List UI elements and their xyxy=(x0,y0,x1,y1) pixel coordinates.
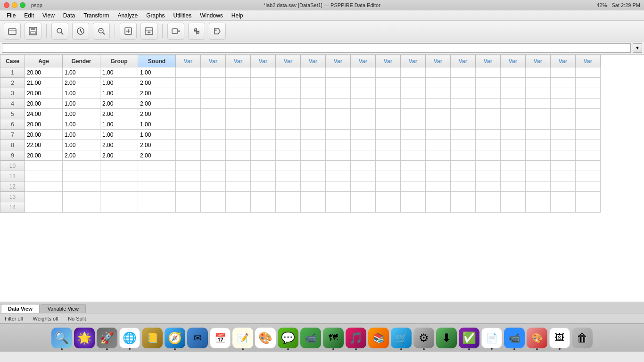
cell-var[interactable] xyxy=(551,161,576,171)
cell-var[interactable] xyxy=(501,161,526,171)
cell-var[interactable] xyxy=(226,140,251,150)
minimize-button[interactable] xyxy=(12,2,17,8)
cell-var[interactable] xyxy=(326,78,351,88)
cell-var[interactable] xyxy=(351,181,376,192)
lookup-button[interactable] xyxy=(51,23,68,40)
cell-group[interactable]: 1.00 xyxy=(100,78,138,88)
cell-var[interactable] xyxy=(551,78,576,88)
dock-calendar[interactable]: 📅 xyxy=(210,328,231,348)
cell-var[interactable] xyxy=(326,181,351,192)
cell-age[interactable]: 20.00 xyxy=(25,150,63,161)
cell-var[interactable] xyxy=(426,150,451,161)
cell-var[interactable] xyxy=(551,99,576,109)
cell-var[interactable] xyxy=(551,150,576,161)
cell-var[interactable] xyxy=(551,171,576,181)
cell-var[interactable] xyxy=(251,181,276,192)
dock-trash[interactable]: 🗑 xyxy=(572,328,593,348)
table-row[interactable]: 120.001.001.001.00 xyxy=(0,67,601,78)
cell-var[interactable] xyxy=(201,109,226,119)
open-button[interactable] xyxy=(4,23,21,40)
cell-gender[interactable] xyxy=(63,171,100,181)
cell-var[interactable] xyxy=(576,88,601,99)
cell-gender[interactable]: 1.00 xyxy=(63,119,100,130)
cell-age[interactable] xyxy=(25,192,63,202)
cell-var[interactable] xyxy=(426,161,451,171)
cell-var[interactable] xyxy=(326,171,351,181)
cell-var[interactable] xyxy=(451,67,476,78)
cell-var[interactable] xyxy=(226,192,251,202)
cell-var[interactable] xyxy=(526,119,551,130)
cell-var[interactable] xyxy=(301,150,326,161)
table-row[interactable]: 221.002.001.002.00 xyxy=(0,78,601,88)
cell-age[interactable] xyxy=(25,171,63,181)
cell-age[interactable] xyxy=(25,181,63,192)
cell-var[interactable] xyxy=(376,161,401,171)
cell-var[interactable] xyxy=(476,130,501,140)
cell-var[interactable] xyxy=(576,181,601,192)
col-header-var-4[interactable]: Var xyxy=(251,55,276,67)
cell-var[interactable] xyxy=(476,181,501,192)
table-row[interactable]: 12 xyxy=(0,181,601,192)
cell-var[interactable] xyxy=(501,150,526,161)
table-row[interactable]: 720.001.001.001.00 xyxy=(0,130,601,140)
cell-var[interactable] xyxy=(176,99,201,109)
cell-var[interactable] xyxy=(351,192,376,202)
cell-var[interactable] xyxy=(226,109,251,119)
cell-var[interactable] xyxy=(551,119,576,130)
cell-var[interactable] xyxy=(501,192,526,202)
scale-button[interactable] xyxy=(188,23,205,40)
cell-var[interactable] xyxy=(501,140,526,150)
dock-appstore[interactable]: 🛒 xyxy=(391,328,412,348)
cell-var[interactable] xyxy=(301,119,326,130)
cell-var[interactable] xyxy=(576,130,601,140)
maximize-button[interactable] xyxy=(20,2,25,8)
cell-var[interactable] xyxy=(401,192,426,202)
cell-gender[interactable] xyxy=(63,192,100,202)
cell-var[interactable] xyxy=(201,181,226,192)
cell-sound[interactable] xyxy=(138,171,176,181)
cell-var[interactable] xyxy=(501,171,526,181)
cell-var[interactable] xyxy=(176,192,201,202)
cell-var[interactable] xyxy=(526,171,551,181)
cell-var[interactable] xyxy=(551,181,576,192)
table-row[interactable]: 620.001.001.001.00 xyxy=(0,119,601,130)
cell-var[interactable] xyxy=(551,88,576,99)
cell-var[interactable] xyxy=(326,202,351,213)
dock-photos[interactable]: 🎨 xyxy=(255,328,276,348)
go-to-case-button[interactable] xyxy=(72,23,89,40)
cell-var[interactable] xyxy=(351,130,376,140)
cell-var[interactable] xyxy=(326,130,351,140)
cell-var[interactable] xyxy=(576,109,601,119)
cell-var[interactable] xyxy=(401,202,426,213)
dock-itunes[interactable]: 🎵 xyxy=(346,328,366,348)
cell-var[interactable] xyxy=(301,130,326,140)
cell-var[interactable] xyxy=(251,171,276,181)
cell-var[interactable] xyxy=(451,99,476,109)
cell-var[interactable] xyxy=(251,78,276,88)
dock-system-prefs[interactable]: ⚙ xyxy=(413,328,434,348)
menu-graphs[interactable]: Graphs xyxy=(142,11,168,20)
col-header-var-10[interactable]: Var xyxy=(401,55,426,67)
cell-var[interactable] xyxy=(401,161,426,171)
table-row[interactable]: 320.001.001.002.00 xyxy=(0,88,601,99)
cell-sound[interactable]: 1.00 xyxy=(138,130,176,140)
cell-var[interactable] xyxy=(276,109,301,119)
cell-sound[interactable]: 2.00 xyxy=(138,150,176,161)
cell-group[interactable]: 1.00 xyxy=(100,130,138,140)
cell-gender[interactable]: 1.00 xyxy=(63,140,100,150)
cell-age[interactable]: 22.00 xyxy=(25,140,63,150)
cell-group[interactable]: 2.00 xyxy=(100,99,138,109)
cell-var[interactable] xyxy=(201,99,226,109)
menu-windows[interactable]: Windows xyxy=(196,11,227,20)
cell-var[interactable] xyxy=(526,140,551,150)
col-header-var-17[interactable]: Var xyxy=(576,55,601,67)
cell-var[interactable] xyxy=(526,161,551,171)
cell-var[interactable] xyxy=(301,181,326,192)
cell-var[interactable] xyxy=(351,99,376,109)
cell-var[interactable] xyxy=(326,119,351,130)
cell-var[interactable] xyxy=(401,78,426,88)
cell-var[interactable] xyxy=(476,192,501,202)
cell-var[interactable] xyxy=(376,67,401,78)
cell-var[interactable] xyxy=(526,78,551,88)
menu-help[interactable]: Help xyxy=(228,11,247,20)
